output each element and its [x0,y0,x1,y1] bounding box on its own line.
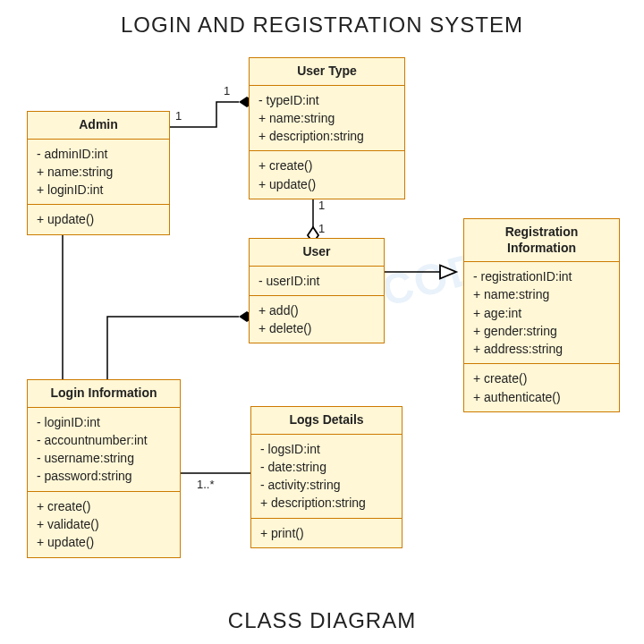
attr-row: - typeID:int [258,91,395,109]
attr-row: + description:string [258,127,395,145]
class-user-name: User [250,239,384,267]
multiplicity-label: 1..* [197,478,215,491]
op-row: + create() [258,157,395,174]
class-admin-name: Admin [28,112,169,140]
attr-row: - adminID:int [37,145,160,163]
class-login-info-ops: + create() + validate() + update() [28,492,180,557]
class-logs-details-name: Logs Details [251,407,402,435]
attr-row: + gender:string [473,322,610,340]
attr-row: - accountnumber:int [37,431,171,449]
class-logs-details-ops: + print() [251,519,402,547]
op-row: + update() [37,210,160,228]
op-row: + add() [258,301,375,319]
op-row: + delete() [258,319,375,337]
class-login-info: Login Information - loginID:int - accoun… [27,379,181,558]
op-row: + create() [37,497,171,515]
class-admin-attrs: - adminID:int + name:string + loginID:in… [28,140,169,206]
attr-row: + age:int [473,304,610,322]
class-admin: Admin - adminID:int + name:string + logi… [27,111,170,235]
attr-row: - logsID:int [260,440,393,458]
class-usertype-name: User Type [250,58,404,86]
attr-row: + address:string [473,340,610,358]
op-row: + update() [258,175,395,193]
multiplicity-label: 1 [318,199,325,212]
attr-row: - userID:int [258,272,375,290]
op-row: + validate() [37,515,171,533]
multiplicity-label: 1 [224,84,230,97]
attr-row: + loginID:int [37,181,160,199]
page-title: LOGIN AND REGISTRATION SYSTEM [0,13,644,38]
diagram-canvas: RCECODE Admin - adminID:int [18,48,626,594]
class-usertype-ops: + create() + update() [250,151,404,199]
attr-row: - date:string [260,458,393,476]
attr-row: + name:string [37,163,160,181]
attr-row: + name:string [473,285,610,303]
class-admin-ops: + update() [28,205,169,233]
attr-row: + name:string [258,109,395,127]
multiplicity-label: 1 [318,222,325,235]
multiplicity-label: 1 [175,109,182,123]
op-row: + create() [473,369,610,387]
op-row: + authenticate() [473,388,610,406]
attr-row: + description:string [260,494,393,512]
attr-row: - loginID:int [37,413,171,431]
class-user: User - userID:int + add() + delete() [249,238,385,343]
class-login-info-name: Login Information [28,380,180,408]
class-usertype-attrs: - typeID:int + name:string + description… [250,86,404,152]
class-user-ops: + add() + delete() [250,296,384,343]
attr-row: - username:string [37,449,171,467]
class-registration-info-attrs: - registrationID:int + name:string + age… [464,262,619,364]
attr-row: - registrationID:int [473,267,610,285]
class-registration-info-name: Registration Information [464,219,619,262]
op-row: + update() [37,533,171,551]
op-row: + print() [260,524,393,542]
attr-row: - password:string [37,467,171,485]
class-logs-details-attrs: - logsID:int - date:string - activity:st… [251,435,402,519]
class-logs-details: Logs Details - logsID:int - date:string … [250,406,402,548]
class-registration-info-ops: + create() + authenticate() [464,364,619,411]
class-registration-info: Registration Information - registrationI… [463,218,620,412]
class-user-attrs: - userID:int [250,267,384,296]
class-login-info-attrs: - loginID:int - accountnumber:int - user… [28,408,180,492]
attr-row: - activity:string [260,476,393,494]
page-subtitle: CLASS DIAGRAM [0,608,644,633]
class-usertype: User Type - typeID:int + name:string + d… [249,57,405,199]
